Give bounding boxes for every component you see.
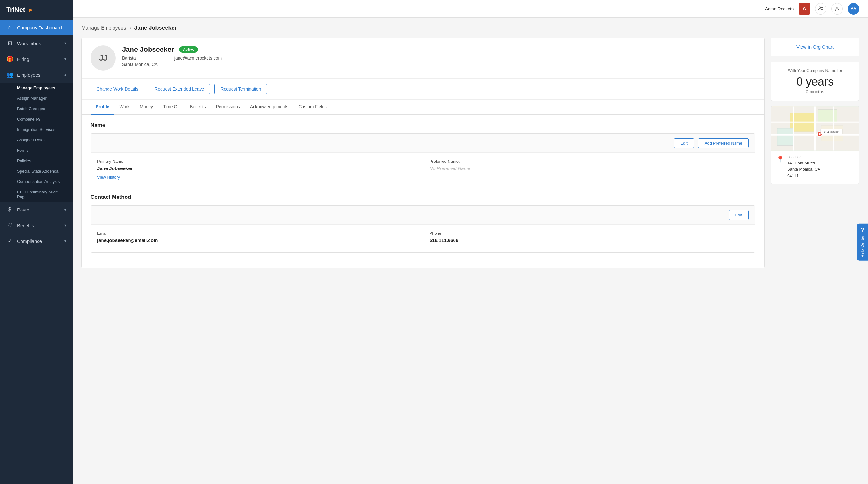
logo-arrow: ► (27, 6, 34, 13)
subnav-manage-employees[interactable]: Manage Employees (0, 83, 72, 93)
sidebar-item-work-inbox[interactable]: ⊡ Work Inbox ▾ (0, 35, 72, 51)
subnav-immigration-services[interactable]: Immigration Services (0, 124, 72, 135)
subnav-forms[interactable]: Forms (0, 145, 72, 156)
topbar: Acme Rockets A AA (72, 0, 868, 18)
view-history-link[interactable]: View History (97, 175, 120, 180)
subnav-complete-i9[interactable]: Complete I-9 (0, 114, 72, 124)
team-icon-button[interactable] (815, 3, 826, 14)
sidebar-label-benefits: Benefits (17, 223, 34, 228)
help-center-button[interactable]: ? Help Center (857, 224, 868, 261)
tab-time-off[interactable]: Time Off (158, 100, 185, 115)
company-badge: A (799, 3, 810, 14)
tab-work[interactable]: Work (115, 100, 135, 115)
breadcrumb-parent[interactable]: Manage Employees (82, 25, 126, 31)
tab-money[interactable]: Money (135, 100, 158, 115)
sidebar-item-hiring[interactable]: 🎁 Hiring ▾ (0, 51, 72, 67)
preferred-name-value: No Preferred Name (430, 165, 749, 171)
subnav-batch-changes[interactable]: Batch Changes (0, 103, 72, 114)
svg-text:1411 5th Street: 1411 5th Street (824, 131, 839, 133)
profile-tabs: Profile Work Money Time Off Benefits Per… (82, 100, 764, 115)
contact-section-body: Email jane.jobseeker@email.com Phone 516… (91, 225, 755, 252)
subnav-eeo-audit[interactable]: EEO Preliminary Audit Page (0, 187, 72, 202)
sidebar-label-company-dashboard: Company Dashboard (17, 25, 62, 30)
chevron-up-icon: ▴ (64, 72, 66, 77)
sidebar-item-company-dashboard[interactable]: ⌂ Company Dashboard (0, 20, 72, 35)
user-icon-button[interactable] (831, 3, 843, 14)
logo-text: TriNet (6, 6, 25, 14)
name-section-title: Name (91, 122, 755, 128)
employee-name: Jane Jobseeker (122, 46, 174, 54)
inbox-icon: ⊡ (6, 40, 13, 47)
location-address: 1411 5th Street Santa Monica, CA 94111 (787, 160, 820, 180)
preferred-name-label: Preferred Name: (430, 159, 749, 164)
employee-email: jane@acmerockets.com (175, 56, 222, 61)
name-section-block: Edit Add Preferred Name Primary Name: Ja… (91, 133, 755, 186)
primary-name-col: Primary Name: Jane Jobseeker View Histor… (97, 159, 423, 180)
help-question-icon: ? (861, 227, 864, 234)
org-chart-link[interactable]: View in Org Chart (797, 44, 834, 50)
benefits-icon: ♡ (6, 222, 13, 229)
employee-location: Santa Monica, CA (122, 62, 158, 67)
tab-profile[interactable]: Profile (91, 100, 115, 115)
employee-header: JJ Jane Jobseeker Active Barista Santa M… (82, 38, 764, 79)
sidebar-logo: TriNet ► (0, 0, 72, 20)
chevron-down-icon: ▾ (64, 208, 66, 212)
preferred-name-col: Preferred Name: No Preferred Name (423, 159, 749, 180)
sidebar-item-payroll[interactable]: $ Payroll ▾ (0, 202, 72, 217)
employee-panel: JJ Jane Jobseeker Active Barista Santa M… (82, 37, 765, 268)
breadcrumb-current: Jane Jobseeker (134, 25, 177, 31)
page-content: Manage Employees › Jane Jobseeker JJ Jan… (72, 18, 868, 484)
sidebar-label-hiring: Hiring (17, 57, 29, 62)
tenure-label: With Your Company Name for (777, 68, 852, 73)
subnav-compensation-analysis[interactable]: Compensation Analysis (0, 176, 72, 187)
avatar: JJ (91, 46, 116, 71)
tab-custom-fields[interactable]: Custom Fields (293, 100, 332, 115)
subnav-assign-manager[interactable]: Assign Manager (0, 93, 72, 103)
tenure-card: With Your Company Name for 0 years 0 mon… (771, 62, 859, 101)
tab-permissions[interactable]: Permissions (211, 100, 245, 115)
location-title: Location (787, 155, 820, 159)
home-icon: ⌂ (6, 24, 13, 31)
phone-value: 516.111.6666 (430, 238, 749, 243)
email-label: Email (97, 231, 417, 236)
main-content: Acme Rockets A AA Manage Employees › Jan… (72, 0, 868, 484)
request-extended-leave-button[interactable]: Request Extended Leave (149, 84, 210, 94)
svg-point-2 (836, 7, 838, 9)
subnav-special-state-addenda[interactable]: Special State Addenda (0, 166, 72, 176)
chevron-down-icon: ▾ (64, 57, 66, 61)
request-termination-button[interactable]: Request Termination (215, 84, 267, 94)
sidebar-label-compliance: Compliance (17, 239, 42, 244)
action-buttons: Change Work Details Request Extended Lea… (82, 79, 764, 100)
name-edit-button[interactable]: Edit (674, 138, 694, 148)
employee-name-row: Jane Jobseeker Active (122, 46, 755, 54)
tenure-months: 0 months (777, 89, 852, 94)
sidebar: TriNet ► ⌂ Company Dashboard ⊡ Work Inbo… (0, 0, 72, 484)
email-col: Email jane.jobseeker@email.com (97, 231, 423, 246)
map-svg: 1411 5th Street (771, 106, 859, 151)
svg-point-0 (819, 7, 821, 8)
user-avatar[interactable]: AA (848, 3, 859, 14)
chevron-down-icon: ▾ (64, 239, 66, 243)
subnav-policies[interactable]: Policies (0, 156, 72, 166)
sidebar-item-benefits[interactable]: ♡ Benefits ▾ (0, 217, 72, 233)
tenure-years: 0 years (777, 75, 852, 88)
company-name: Acme Rockets (765, 6, 794, 11)
org-chart-card: View in Org Chart (771, 37, 859, 57)
contact-section-header: Edit (91, 206, 755, 225)
status-badge: Active (179, 47, 198, 53)
tab-benefits[interactable]: Benefits (185, 100, 211, 115)
tab-acknowledgements[interactable]: Acknowledgements (245, 100, 293, 115)
change-work-details-button[interactable]: Change Work Details (91, 84, 144, 94)
sidebar-item-compliance[interactable]: ✓ Compliance ▾ (0, 233, 72, 249)
svg-point-1 (822, 7, 823, 8)
sidebar-item-employees[interactable]: 👥 Employees ▴ (0, 67, 72, 83)
subnav-assigned-roles[interactable]: Assigned Roles (0, 135, 72, 145)
email-value: jane.jobseeker@email.com (97, 238, 417, 243)
svg-point-14 (819, 133, 821, 135)
add-preferred-name-button[interactable]: Add Preferred Name (698, 138, 749, 148)
contact-edit-button[interactable]: Edit (728, 210, 749, 220)
phone-label: Phone (430, 231, 749, 236)
chevron-down-icon: ▾ (64, 41, 66, 46)
contact-section-title: Contact Method (91, 194, 755, 200)
name-section-body: Primary Name: Jane Jobseeker View Histor… (91, 153, 755, 186)
